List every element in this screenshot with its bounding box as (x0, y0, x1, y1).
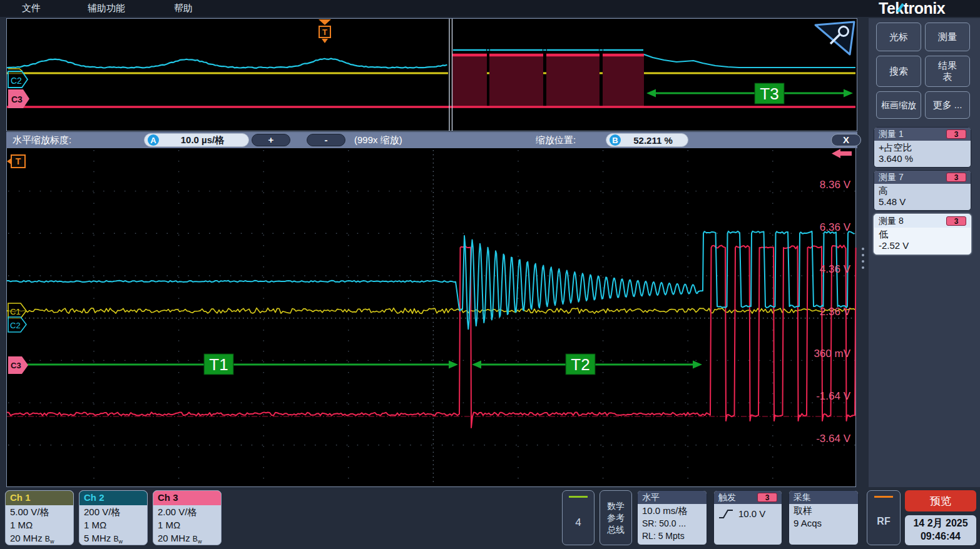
ch3-impedance: 1 MΩ (158, 518, 217, 531)
channel-badge-ch1[interactable]: Ch 1 5.00 V/格 1 MΩ 20 MHz Bw (5, 490, 74, 545)
svg-text:T3: T3 (760, 84, 778, 103)
ch3-bandwidth: 20 MHz Bw (158, 531, 217, 545)
magnifier-icon[interactable] (815, 22, 854, 54)
voltage-scale-labels: 8.36 V6.36 V4.36 V2.36 V360 mV-1.64 V-3.… (814, 179, 850, 445)
measurement-7-name: 高 (879, 185, 966, 196)
horizontal-scale: 10.0 ms/格 (642, 505, 702, 517)
overview-channel-markers[interactable]: C2C3 (8, 69, 29, 108)
overview-waveforms: T3TC2C3 (7, 19, 857, 131)
acquisition-badge[interactable]: 采集 取样 9 Acqs (789, 490, 859, 545)
cursor-button[interactable]: 光标 (876, 23, 921, 51)
svg-text:T1: T1 (209, 355, 228, 374)
svg-text:C3: C3 (11, 94, 23, 104)
zoom-in-button[interactable]: + (252, 134, 290, 146)
acquisition-count: 9 Acqs (794, 517, 854, 530)
measurement-8-source-badge: 3 (946, 216, 966, 226)
measure-button[interactable]: 测量 (925, 23, 970, 51)
ch3-scale: 2.00 V/格 (158, 505, 217, 518)
more-button[interactable]: 更多 ... (925, 91, 970, 119)
measurement-1-source-badge: 3 (946, 129, 966, 139)
measurement-1-title: 测量 1 (879, 129, 904, 140)
results-table-button[interactable]: 结果表 (925, 56, 970, 87)
svg-text:2.36 V: 2.36 V (820, 306, 851, 318)
zoom-scale-value: 10.0 µs/格 (165, 134, 245, 146)
rising-edge-icon (718, 508, 733, 520)
ch2-bandwidth: 5 MHz Bw (84, 531, 143, 545)
measurement-badge-8[interactable]: 测量 8 3 低 -2.52 V (874, 214, 971, 254)
channel-badge-ch3[interactable]: Ch 3 2.00 V/格 1 MΩ 20 MHz Bw (153, 490, 222, 545)
overview-pulse-block (603, 50, 644, 107)
zoom-position-label: 缩放位置: (536, 134, 576, 146)
ch1-trace (7, 308, 855, 314)
horizontal-badge[interactable]: 水平 10.0 ms/格 SR: 50.0 ... RL: 5 Mpts (637, 490, 707, 545)
ch1-scale: 5.00 V/格 (10, 505, 69, 518)
channel-badge-ch2[interactable]: Ch 2 200 V/格 1 MΩ 5 MHz Bw (79, 490, 148, 545)
rf-accent-line (874, 496, 893, 498)
svg-text:T: T (16, 156, 21, 166)
overview-pulse-block (489, 50, 543, 107)
zoom-scale-knob[interactable]: A 10.0 µs/格 (144, 133, 249, 147)
measurement-badge-1[interactable]: 测量 1 3 +占空比 3.640 % (874, 127, 971, 168)
math-ref-bus-button[interactable]: 数学 参考 总线 (600, 490, 632, 545)
svg-text:8.36 V: 8.36 V (820, 179, 851, 191)
measurement-8-name: 低 (879, 229, 966, 240)
trigger-badge[interactable]: 触发 3 10.0 V (713, 490, 782, 545)
knob-b-icon: B (610, 134, 621, 146)
measurement-8-title: 测量 8 (879, 216, 904, 227)
measurement-7-source-badge: 3 (946, 173, 966, 182)
zoom-position-knob[interactable]: B 52.211 % (606, 133, 688, 147)
preview-button[interactable]: 预览 (905, 490, 976, 511)
zoom-out-button[interactable]: - (307, 134, 345, 146)
search-button[interactable]: 搜索 (876, 56, 921, 87)
svg-text:C3: C3 (11, 361, 21, 370)
menu-file[interactable]: 文件 (22, 3, 41, 14)
ch1-bandwidth: 20 MHz Bw (10, 531, 69, 545)
svg-text:T2: T2 (571, 355, 590, 374)
ch1-title: Ch 1 (6, 491, 73, 505)
zoom-close-button[interactable]: X (831, 134, 861, 146)
svg-text:360 mV: 360 mV (814, 348, 850, 360)
ch2-impedance: 1 MΩ (84, 518, 143, 531)
menu-help[interactable]: 帮助 (174, 3, 193, 14)
overview-ch2-trace (7, 59, 447, 68)
waveform-display[interactable]: T1T28.36 V6.36 V4.36 V2.36 V360 mV-1.64 … (6, 148, 856, 487)
ch3-trace (7, 245, 856, 428)
rf-button[interactable]: RF (867, 490, 901, 545)
overview-ch2-tail (644, 54, 855, 68)
panel-splitter-handle[interactable] (860, 248, 866, 269)
measurement-1-name: +占空比 (879, 142, 966, 153)
acquisition-mode: 取样 (794, 505, 854, 517)
measurement-8-value: -2.52 V (879, 240, 966, 251)
overview-trigger-marker[interactable]: T (319, 19, 331, 43)
ch1-impedance: 1 MΩ (10, 518, 69, 531)
trigger-position-marker[interactable]: T (7, 155, 25, 168)
graticule-grid (8, 150, 855, 485)
svg-text:C2: C2 (11, 76, 22, 86)
menu-utility[interactable]: 辅助功能 (88, 3, 125, 14)
trigger-source-badge: 3 (757, 493, 777, 502)
svg-text:T: T (322, 28, 327, 37)
time-text: 09:46:44 (905, 530, 976, 543)
trigger-level: 10.0 V (738, 508, 765, 520)
measurement-7-title: 测量 7 (879, 172, 904, 183)
menu-bar: 文件 辅助功能 帮助 Tektronix (0, 0, 980, 17)
svg-text:-1.64 V: -1.64 V (816, 390, 850, 402)
ch2-scale: 200 V/格 (84, 505, 143, 518)
add-channel-4-button[interactable]: 4 (562, 490, 595, 545)
ch2-trace (7, 231, 855, 330)
knob-a-icon: A (148, 134, 159, 146)
trigger-level-arrow (832, 149, 852, 158)
svg-text:-3.64 V: -3.64 V (816, 433, 850, 445)
measurement-badge-7[interactable]: 测量 7 3 高 5.48 V (874, 170, 971, 211)
draw-box-zoom-button[interactable]: 框画缩放 (876, 91, 921, 119)
svg-text:C1: C1 (10, 307, 21, 316)
overview-pulse-block (452, 50, 487, 107)
channel-markers[interactable]: C1C2C3 (8, 303, 28, 374)
overview-window[interactable]: T3TC2C3 (6, 18, 857, 131)
svg-text:4.36 V: 4.36 V (820, 263, 851, 275)
datetime-badge: 14 2月 2025 09:46:44 (905, 515, 976, 545)
zoom-scale-label: 水平缩放标度: (13, 134, 71, 146)
zoom-toolbar: 水平缩放标度: A 10.0 µs/格 + - (999x 缩放) 缩放位置: … (6, 132, 857, 148)
horizontal-title: 水平 (638, 491, 707, 504)
svg-text:6.36 V: 6.36 V (820, 221, 851, 233)
